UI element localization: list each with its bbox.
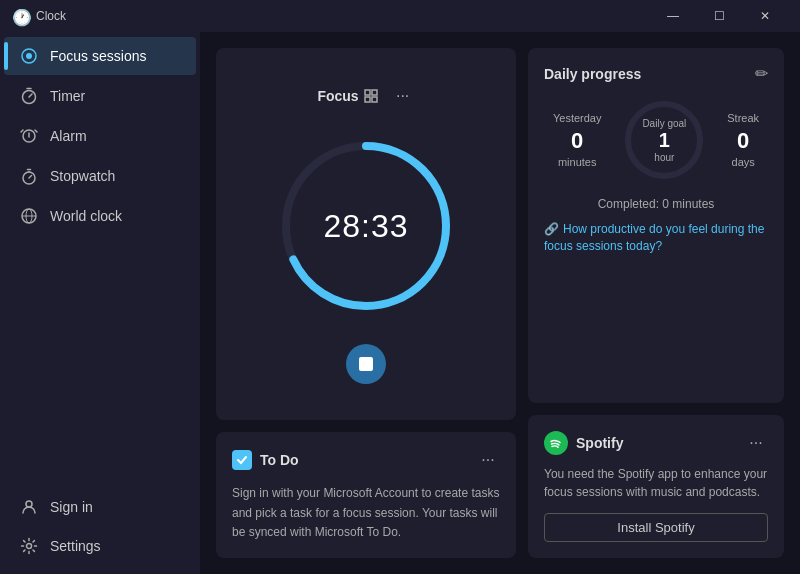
timer-icon	[20, 87, 38, 105]
spotify-header: Spotify ···	[544, 431, 768, 455]
left-column: Focus ···	[216, 48, 516, 558]
todo-more-button[interactable]: ···	[476, 448, 500, 472]
stop-button[interactable]	[346, 344, 386, 384]
todo-card-header: To Do ···	[232, 448, 500, 472]
goal-value: 1	[642, 129, 686, 152]
timer-display: 28:33	[323, 208, 408, 245]
sidebar: Focus sessions Timer Alarm	[0, 32, 200, 574]
streak-label: Streak	[727, 112, 759, 124]
world-clock-icon	[20, 207, 38, 225]
alarm-label: Alarm	[50, 128, 87, 144]
streak-stat: Streak 0 days	[727, 112, 759, 168]
goal-unit: hour	[642, 152, 686, 163]
settings-icon	[20, 537, 38, 555]
daily-progress-stats: Yesterday 0 minutes Daily goal 1	[544, 95, 768, 185]
focus-card-title: Focus	[317, 88, 358, 104]
world-clock-label: World clock	[50, 208, 122, 224]
svg-point-15	[27, 544, 32, 549]
link-icon: 🔗	[544, 222, 559, 236]
sidebar-bottom: Sign in Settings	[0, 487, 200, 574]
settings-label: Settings	[50, 538, 101, 554]
right-column: Daily progress ✏ Yesterday 0 minutes	[528, 48, 784, 558]
daily-progress-header: Daily progress ✏	[544, 64, 768, 83]
sidebar-item-stopwatch[interactable]: Stopwatch	[4, 157, 196, 195]
stopwatch-label: Stopwatch	[50, 168, 115, 184]
active-indicator	[4, 42, 8, 70]
sign-in-icon	[20, 498, 38, 516]
svg-rect-19	[372, 97, 377, 102]
svg-line-9	[29, 176, 32, 179]
svg-point-1	[26, 53, 32, 59]
svg-point-14	[26, 501, 32, 507]
todo-description: Sign in with your Microsoft Account to c…	[232, 484, 500, 542]
spotify-card: Spotify ··· You need the Spotify app to …	[528, 415, 784, 558]
focus-sessions-icon	[20, 47, 38, 65]
timer-label: Timer	[50, 88, 85, 104]
todo-check-icon	[232, 450, 252, 470]
sidebar-item-focus-sessions[interactable]: Focus sessions	[4, 37, 196, 75]
daily-progress-card: Daily progress ✏ Yesterday 0 minutes	[528, 48, 784, 403]
spotify-brand: Spotify	[544, 431, 623, 455]
todo-card: To Do ··· Sign in with your Microsoft Ac…	[216, 432, 516, 558]
streak-value: 0	[727, 128, 759, 154]
app-title: Clock	[36, 9, 650, 23]
daily-progress-title: Daily progress	[544, 66, 641, 82]
focus-card-header: Focus ···	[317, 84, 414, 108]
install-spotify-button[interactable]: Install Spotify	[544, 513, 768, 542]
goal-label: Daily goal	[642, 118, 686, 129]
focus-sessions-label: Focus sessions	[50, 48, 146, 64]
sign-in-label: Sign in	[50, 499, 93, 515]
sidebar-item-settings[interactable]: Settings	[4, 527, 196, 565]
app-body: Focus sessions Timer Alarm	[0, 32, 800, 574]
sidebar-item-timer[interactable]: Timer	[4, 77, 196, 115]
svg-rect-18	[365, 97, 370, 102]
focus-expand-button[interactable]	[359, 84, 383, 108]
streak-unit: days	[727, 156, 759, 168]
spotify-more-button[interactable]: ···	[744, 431, 768, 455]
spotify-name: Spotify	[576, 435, 623, 451]
daily-goal-circle: Daily goal 1 hour	[619, 95, 709, 185]
close-button[interactable]: ✕	[742, 0, 788, 32]
title-bar: 🕐 Clock — ☐ ✕	[0, 0, 800, 32]
yesterday-value: 0	[553, 128, 602, 154]
yesterday-unit: minutes	[553, 156, 602, 168]
svg-rect-17	[372, 90, 377, 95]
alarm-icon	[20, 127, 38, 145]
sidebar-item-sign-in[interactable]: Sign in	[4, 488, 196, 526]
stop-icon	[359, 357, 373, 371]
maximize-button[interactable]: ☐	[696, 0, 742, 32]
focus-card-actions: ···	[359, 84, 415, 108]
completed-text: Completed: 0 minutes	[544, 197, 768, 211]
daily-progress-edit-button[interactable]: ✏	[755, 64, 768, 83]
goal-text: Daily goal 1 hour	[642, 118, 686, 163]
spotify-logo	[544, 431, 568, 455]
todo-title: To Do	[260, 452, 299, 468]
sidebar-item-alarm[interactable]: Alarm	[4, 117, 196, 155]
spotify-description: You need the Spotify app to enhance your…	[544, 465, 768, 501]
focus-card: Focus ···	[216, 48, 516, 420]
window-controls: — ☐ ✕	[650, 0, 788, 32]
yesterday-label: Yesterday	[553, 112, 602, 124]
svg-line-4	[29, 94, 32, 97]
todo-header: To Do	[232, 450, 299, 470]
sidebar-item-world-clock[interactable]: World clock	[4, 197, 196, 235]
focus-more-button[interactable]: ···	[391, 84, 415, 108]
minimize-button[interactable]: —	[650, 0, 696, 32]
main-content: Focus ···	[200, 32, 800, 574]
productivity-link[interactable]: 🔗How productive do you feel during the f…	[544, 221, 768, 255]
app-icon: 🕐	[12, 8, 28, 24]
svg-rect-16	[365, 90, 370, 95]
stopwatch-icon	[20, 167, 38, 185]
yesterday-stat: Yesterday 0 minutes	[553, 112, 602, 168]
timer-container: 28:33	[276, 136, 456, 316]
